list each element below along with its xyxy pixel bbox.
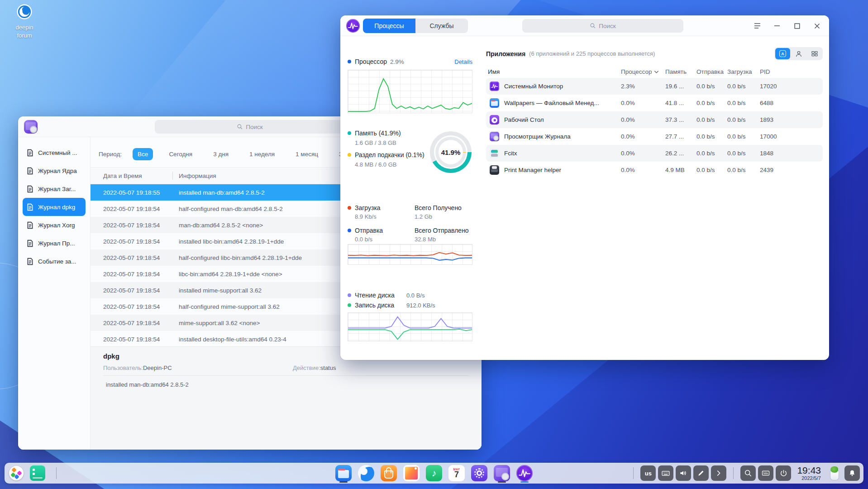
- trash-icon[interactable]: [829, 466, 840, 480]
- taskbar-app-system-monitor[interactable]: [516, 463, 533, 484]
- log-viewer-icon: [494, 465, 510, 481]
- detail-action-label: Действие:: [293, 364, 320, 371]
- taskbar-app-icons: ♪MAY7: [335, 463, 533, 484]
- process-summary: Приложения (6 приложений и 225 процессов…: [486, 47, 823, 60]
- maximize-button[interactable]: [788, 18, 806, 34]
- taskbar-separator: [633, 467, 634, 479]
- taskbar-app-app-store[interactable]: [380, 463, 397, 484]
- tray-us-button[interactable]: us: [640, 465, 656, 481]
- process-name-cell: Print Manager helper: [486, 165, 621, 175]
- disk-read-dot: [348, 293, 351, 297]
- process-memory-cell: 41.8 ...: [665, 100, 696, 106]
- view-tabs: ПроцессыСлужбы: [363, 19, 468, 33]
- cpu-dot: [348, 60, 351, 63]
- launcher-button[interactable]: [9, 466, 24, 480]
- log-category-icon: [26, 240, 34, 247]
- process-name: Системный Монитор: [504, 83, 563, 90]
- process-row[interactable]: Рабочий Стол0.0%37.3 ...0.0 b/s0.0 b/s18…: [486, 111, 823, 128]
- received-total-stat: Всего Получено 1.2 Gb: [415, 204, 482, 221]
- process-row[interactable]: Системный Монитор2.3%19.6 ...0.0 b/s0.0 …: [486, 78, 823, 95]
- process-row[interactable]: Fcitx0.0%26.2 ...0.0 b/s0.0 b/s1848: [486, 145, 823, 162]
- file-manager-icon: [335, 465, 352, 481]
- tray-power-button[interactable]: [776, 465, 791, 481]
- taskbar-app-music[interactable]: ♪: [425, 463, 443, 484]
- disk-read-rate: 0.0 B/s: [406, 292, 424, 299]
- process-column-header[interactable]: PID: [760, 68, 823, 75]
- filter-option[interactable]: Сегодня: [164, 148, 197, 160]
- details-link[interactable]: Details: [454, 58, 472, 65]
- photos-icon: [403, 465, 420, 481]
- close-button[interactable]: [808, 18, 825, 34]
- taskbar-app-control-center[interactable]: [471, 463, 488, 484]
- taskbar-app-file-manager[interactable]: [335, 463, 352, 484]
- column-divider: [172, 172, 173, 180]
- desktop-screen: deepin forum Поиск Системный ...Журнал Я…: [0, 0, 868, 489]
- taskbar-app-calendar[interactable]: MAY7: [448, 463, 465, 484]
- tray-chevron-button[interactable]: [711, 465, 726, 481]
- calendar-icon: MAY7: [448, 465, 465, 481]
- tab-Службы[interactable]: Службы: [415, 19, 468, 33]
- filter-option[interactable]: 3 дня: [208, 148, 234, 160]
- running-indicator: [498, 481, 506, 483]
- received-total-value: 1.2 Gb: [415, 213, 482, 221]
- process-column-header[interactable]: Процессор: [621, 68, 665, 75]
- process-column-header[interactable]: Память: [665, 68, 696, 75]
- disk-read-stat: Чтение диска 0.0 B/s: [348, 291, 424, 300]
- sidebar-item-6[interactable]: Событие за...: [23, 252, 86, 270]
- taskbar-app-log-viewer[interactable]: [493, 463, 510, 484]
- tray-keyboard-button[interactable]: [658, 465, 673, 481]
- process-column-header[interactable]: Загрузка: [727, 68, 760, 75]
- deepin-forum-icon: [16, 4, 33, 20]
- sidebar-item-1[interactable]: Журнал Ядра: [23, 162, 86, 180]
- minimize-button[interactable]: [768, 18, 786, 34]
- process-cpu-cell: 0.0%: [621, 167, 665, 173]
- system-monitor-titlebar[interactable]: ПроцессыСлужбы Поиск: [340, 15, 829, 36]
- multitasking-view-button[interactable]: [30, 465, 45, 481]
- taskbar-app-photos[interactable]: [403, 463, 420, 484]
- tray-volume-button[interactable]: [676, 465, 691, 481]
- cpu-value: 2.9%: [390, 58, 404, 65]
- sidebar-item-label: Системный ...: [38, 149, 77, 156]
- process-column-header[interactable]: Отправка: [696, 68, 727, 75]
- process-cpu-cell: 0.0%: [621, 100, 665, 106]
- sidebar-item-5[interactable]: Журнал Пр...: [23, 234, 86, 252]
- taskbar-app-browser[interactable]: [358, 463, 375, 484]
- taskbar-clock[interactable]: 19:43 2022/5/7: [797, 465, 821, 481]
- filter-option[interactable]: Все: [133, 148, 153, 160]
- menu-button[interactable]: [749, 18, 766, 34]
- sidebar-item-0[interactable]: Системный ...: [23, 144, 86, 162]
- process-row[interactable]: Print Manager helper0.0%4.9 MB0.0 b/s0.0…: [486, 162, 823, 178]
- process-pid-cell: 1848: [760, 150, 823, 157]
- notification-bell-button[interactable]: [844, 465, 860, 481]
- process-search-input[interactable]: Поиск: [522, 19, 683, 33]
- tray-onboard-button[interactable]: [758, 465, 773, 481]
- sidebar-item-2[interactable]: Журнал Заг...: [23, 180, 86, 198]
- process-row[interactable]: Просмотрщик Журнала0.0%27.7 ...0.0 b/s0.…: [486, 128, 823, 145]
- detail-user-value: Deepin-PC: [143, 364, 172, 371]
- process-name-cell: Системный Монитор: [486, 82, 621, 91]
- process-table-header: ИмяПроцессорПамятьОтправкаЗагрузкаPID: [486, 66, 823, 77]
- desktop-shortcut-deepin-forum[interactable]: deepin forum: [4, 4, 45, 39]
- tray-screenshot-button[interactable]: [693, 465, 709, 481]
- process-memory-cell: 26.2 ...: [665, 150, 696, 157]
- memory-usage: 1.6 GB / 3.8 GB: [355, 139, 396, 146]
- summary-note: (6 приложений и 225 процессов выполняетс…: [529, 50, 655, 57]
- sort-caret-icon: [654, 68, 659, 75]
- all-processes-view-button[interactable]: [807, 48, 822, 59]
- filter-option[interactable]: 1 неделя: [244, 148, 280, 160]
- log-viewer-search-input[interactable]: Поиск: [155, 120, 345, 134]
- tray-search-button[interactable]: [740, 465, 756, 481]
- process-cpu-cell: 0.0%: [621, 116, 665, 123]
- swap-usage: 4.8 MB / 6.0 GB: [355, 161, 397, 168]
- sidebar-item-4[interactable]: Журнал Xorg: [23, 216, 86, 234]
- process-memory-cell: 37.3 ...: [665, 116, 696, 123]
- applications-view-button[interactable]: A: [775, 48, 790, 59]
- music-note-glyph: ♪: [432, 468, 437, 479]
- filter-option[interactable]: 1 месяц: [291, 148, 323, 160]
- log-time-cell: 2022-05-07 19:18:54: [103, 336, 179, 343]
- process-column-header[interactable]: Имя: [486, 68, 621, 75]
- sidebar-item-3[interactable]: Журнал dpkg: [23, 198, 86, 216]
- my-processes-view-button[interactable]: [791, 48, 806, 59]
- tab-Процессы[interactable]: Процессы: [363, 19, 415, 33]
- process-row[interactable]: Wallpapers — Файловый Менед...0.0%41.8 .…: [486, 95, 823, 111]
